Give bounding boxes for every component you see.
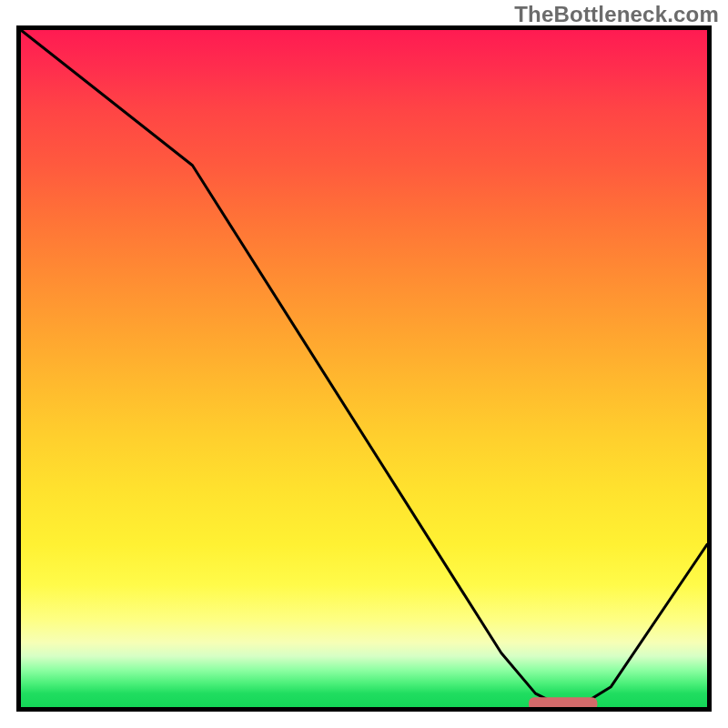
optimal-marker (529, 697, 597, 707)
curve-overlay (21, 30, 707, 707)
bottleneck-curve (21, 30, 707, 703)
watermark-text: TheBottleneck.com (514, 2, 719, 27)
chart-frame: TheBottleneck.com (0, 0, 728, 728)
plot-area (16, 25, 712, 712)
